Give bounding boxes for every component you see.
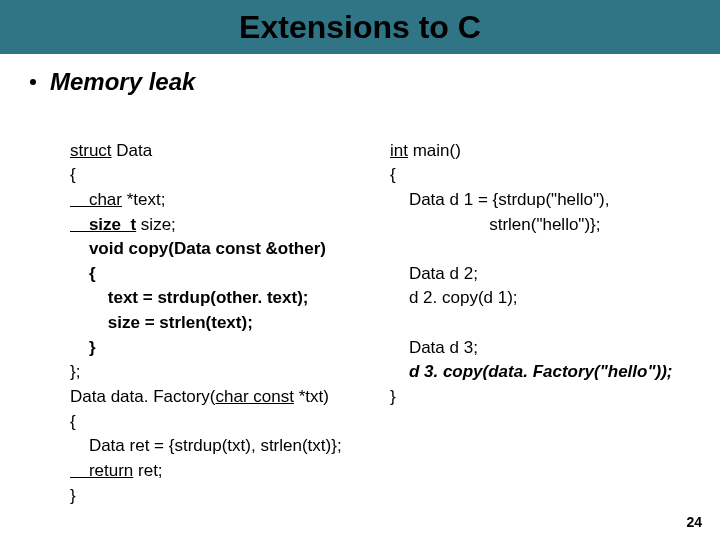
content-area: Memory leak struct Data { char *text; si… (0, 54, 720, 508)
t: Data d 1 = {strdup("hello"), (390, 190, 610, 209)
t: Data data. Factory( (70, 387, 216, 406)
t: d 2. copy(d 1); (390, 288, 518, 307)
kw-struct: struct (70, 141, 112, 160)
slide-title: Extensions to C (239, 9, 481, 46)
t: { (70, 264, 96, 283)
code-right: int main() { Data d 1 = {strdup("hello")… (390, 114, 690, 508)
kw-return: return (70, 461, 133, 480)
t: ret; (133, 461, 162, 480)
t: size; (136, 215, 176, 234)
t: } (70, 486, 76, 505)
t: *text; (122, 190, 165, 209)
t: size = strlen(text); (70, 313, 253, 332)
t: Data ret = {strdup(txt), strlen(txt)}; (70, 436, 342, 455)
t: *txt) (294, 387, 329, 406)
kw-int: int (390, 141, 408, 160)
code-columns: struct Data { char *text; size_t size; v… (30, 114, 690, 508)
t: Data d 2; (390, 264, 478, 283)
t: { (70, 412, 76, 431)
t: }; (70, 362, 80, 381)
t (390, 239, 395, 258)
t: void copy(Data const &other) (70, 239, 326, 258)
t: } (70, 338, 96, 357)
t: strlen("hello")}; (390, 215, 600, 234)
t: Data d 3; (390, 338, 478, 357)
kw-charconst: char const (216, 387, 294, 406)
t: { (390, 165, 396, 184)
bullet-dot-icon (30, 79, 36, 85)
t: Data (112, 141, 153, 160)
title-bar: Extensions to C (0, 0, 720, 54)
t: main() (408, 141, 461, 160)
t: text = strdup(other. text); (70, 288, 309, 307)
t: } (390, 387, 396, 406)
t (390, 313, 395, 332)
t: { (70, 165, 76, 184)
kw-char: char (70, 190, 122, 209)
kw-sizet: size_t (70, 215, 136, 234)
bullet-text: Memory leak (50, 68, 195, 96)
page-number: 24 (686, 514, 702, 530)
highlight-line: d 3. copy(data. Factory("hello")); (390, 362, 672, 381)
bullet-row: Memory leak (30, 68, 690, 96)
code-left: struct Data { char *text; size_t size; v… (70, 114, 380, 508)
